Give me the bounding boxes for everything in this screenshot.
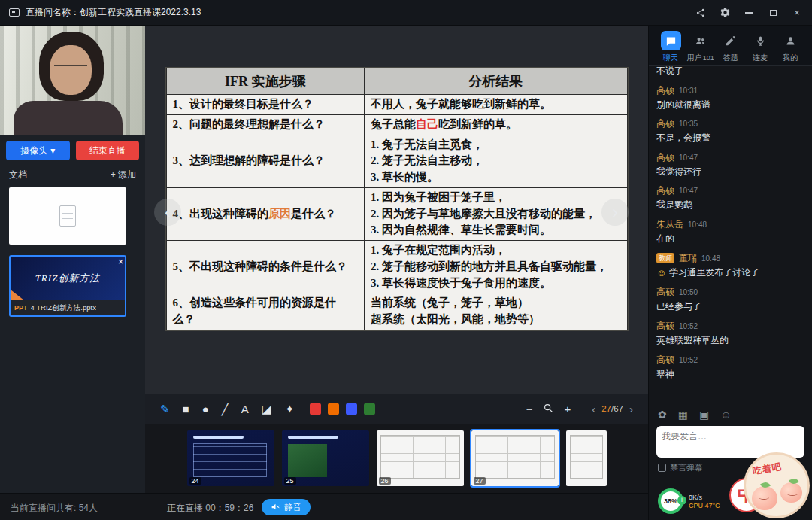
mascot-text: 吃着吧 [752, 461, 783, 479]
share-icon[interactable] [695, 7, 707, 19]
chat-timestamp: 10:47 [679, 154, 698, 162]
thumbnail-page-number: 27 [474, 477, 486, 485]
text-tool-icon[interactable]: A [241, 403, 249, 415]
tab-mic[interactable]: 连麦 [746, 31, 774, 63]
chat-timestamp: 10:31 [679, 87, 698, 95]
chat-timestamp: 10:50 [679, 288, 698, 296]
slide-table-row: 2、问题的最终理想解是什么？兔子总能自己吃到新鲜的草。 [166, 114, 627, 135]
close-icon[interactable]: × [791, 7, 803, 19]
end-stream-button[interactable]: 结束直播 [76, 141, 140, 160]
mute-danmu-checkbox[interactable] [658, 464, 666, 472]
chat-message-text: 不说了 [656, 66, 804, 78]
mic-icon [750, 31, 771, 50]
left-sidebar: 摄像头▾ 结束直播 文档 + 添加 TRIZ创新方法 × PPT 4 TRIZ创… [0, 26, 145, 493]
magnifier-icon[interactable] [543, 403, 553, 415]
line-tool-icon[interactable]: ╱ [222, 403, 229, 415]
chat-username: 朱从岳 [656, 218, 683, 231]
chat-timestamp: 10:47 [679, 187, 698, 195]
sticker-icon[interactable]: ✿ [658, 409, 667, 421]
zoom-out-icon[interactable]: − [526, 403, 533, 415]
poll-icon[interactable]: ▦ [678, 409, 688, 421]
prev-page-icon[interactable]: ‹ [592, 403, 595, 415]
window-title: 直播间名称：创新工程实践直播课2022.3.13 [26, 6, 201, 19]
emoji-icon[interactable]: ☺ [720, 409, 731, 421]
slide-thumbnail[interactable]: 25 [282, 430, 369, 486]
settings-gear-icon[interactable] [719, 7, 731, 19]
ellipse-tool-icon[interactable]: ● [202, 403, 209, 415]
viewer-count: 当前直播间共有: 54人 [11, 502, 98, 515]
chat-message: 高硕10:47我是鹦鹉 [656, 184, 804, 211]
chat-username: 高硕 [656, 117, 674, 130]
muted-speaker-icon [271, 502, 280, 513]
chat-list: 不说了高硕10:31别的就很离谱高硕10:35不是，会报警高硕10:47我觉得还… [649, 66, 812, 405]
chat-icon [661, 31, 681, 50]
tab-mine[interactable]: 我的 [776, 31, 804, 63]
mute-button[interactable]: 静音 [262, 499, 311, 515]
ppt-thumbnail[interactable]: TRIZ创新方法 × PPT 4 TRIZ创新方法.pptx [9, 255, 126, 317]
chat-message-text: 翠神 [656, 369, 804, 381]
eraser-tool-icon[interactable]: ◪ [262, 403, 272, 415]
ppt-badge: PPT [14, 304, 28, 312]
slide-stage: IFR 实施步骤 分析结果 1、设计的最终目标是什么？不用人，兔子就能够吃到新鲜… [145, 26, 648, 394]
performance-plus-icon[interactable]: + [677, 496, 686, 505]
chat-message-text: 我觉得还行 [656, 166, 804, 178]
color-swatch[interactable] [346, 403, 357, 415]
chat-input[interactable] [662, 430, 799, 453]
chat-timestamp: 10:48 [688, 220, 707, 229]
doc-thumbnail[interactable] [9, 187, 126, 245]
emoji-icon: ☺ [656, 267, 666, 280]
chat-message-text: 在的 [656, 233, 804, 245]
thumbnail-page-number: 26 [379, 477, 391, 485]
presenter-silhouette [14, 101, 123, 135]
marker-tool-icon[interactable]: ✦ [285, 403, 295, 415]
chat-tabbar: 聊天用户101答题连麦我的 [649, 26, 812, 66]
chat-timestamp: 10:52 [679, 356, 698, 364]
slide-thumbnail[interactable]: 26 [377, 430, 464, 486]
color-swatches [310, 403, 375, 415]
chat-message: 高硕10:50已经参与了 [656, 286, 804, 313]
rect-tool-icon[interactable]: ■ [183, 403, 189, 415]
zoom-in-icon[interactable]: + [564, 403, 571, 415]
slide-thumbnail[interactable]: 27 [471, 430, 559, 486]
ppt-close-icon[interactable]: × [118, 257, 123, 267]
maximize-icon[interactable] [767, 7, 779, 19]
chat-message-text: 英雄联盟种草丛的 [656, 335, 804, 347]
slide-table-row: 3、达到理想解的障碍是什么？1. 兔子无法自主觅食，2. 笼子无法自主移动，3.… [166, 135, 627, 187]
cpu-temp: CPU 47°C [689, 502, 720, 509]
next-slide-button[interactable]: › [601, 199, 629, 226]
add-doc-button[interactable]: + 添加 [111, 169, 136, 181]
sidebar-bottom: 38% + 0K/s CPU 47°C 中 吃着吧 [649, 473, 812, 520]
prev-slide-button[interactable]: ‹ [154, 199, 181, 226]
slide-thumbnail[interactable] [566, 430, 607, 486]
tab-chat[interactable]: 聊天 [656, 31, 685, 63]
page-indicator: 27/67 [601, 404, 623, 413]
color-swatch[interactable] [328, 403, 339, 415]
ppt-cover-title: TRIZ创新方法 [35, 272, 101, 285]
webcam-video [0, 26, 145, 135]
live-classroom-window: 直播间名称：创新工程实践直播课2022.3.13 × 摄像头▾ 结束 [0, 0, 812, 520]
color-swatch[interactable] [364, 403, 375, 415]
chat-message-text: 已经参与了 [656, 301, 804, 313]
minimize-icon[interactable] [743, 7, 755, 19]
image-icon[interactable]: ▣ [699, 409, 709, 421]
chat-username: 高硕 [656, 84, 674, 97]
next-page-icon[interactable]: › [629, 403, 633, 415]
bottom-bar: 当前直播间共有: 54人 正在直播 00：59：26 静音 [0, 493, 648, 520]
peach-icon [780, 482, 802, 503]
chat-timestamp: 10:35 [679, 120, 698, 128]
camera-button[interactable]: 摄像头▾ [6, 141, 70, 160]
chat-message: 朱从岳10:48在的 [656, 218, 804, 245]
thumbnail-page-number: 25 [284, 477, 296, 485]
document-icon [59, 205, 76, 227]
tab-users[interactable]: 用户101 [686, 31, 715, 63]
slide-thumbnail[interactable]: 24 [187, 430, 274, 486]
chat-timestamp: 10:52 [679, 322, 698, 330]
chat-sidebar: 聊天用户101答题连麦我的 不说了高硕10:31别的就很离谱高硕10:35不是，… [648, 26, 812, 520]
slide-table-row: 1、设计的最终目标是什么？不用人，兔子就能够吃到新鲜的草。 [166, 95, 627, 115]
pen-tool-icon[interactable]: ✎ [160, 403, 170, 415]
live-timer: 正在直播 00：59：26 [167, 502, 253, 515]
docs-label: 文档 [9, 169, 27, 181]
mute-danmu-label: 禁言弹幕 [670, 462, 703, 473]
tab-answer[interactable]: 答题 [717, 31, 745, 63]
color-swatch[interactable] [310, 403, 321, 415]
